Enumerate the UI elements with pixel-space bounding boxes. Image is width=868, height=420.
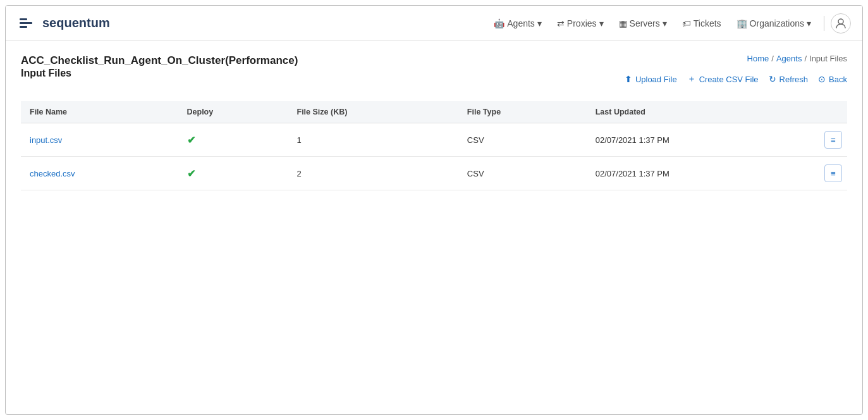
files-table: File Name Deploy File Size (KB) File Typ… [21, 101, 847, 190]
nav-proxies-label: Proxies [567, 18, 597, 28]
cell-deploy: ✔ [178, 157, 288, 190]
col-file-type: File Type [458, 101, 587, 123]
page-header: ACC_Checklist_Run_Agent_On_Cluster(Perfo… [21, 54, 847, 91]
nav-proxies[interactable]: ⇄ Proxies ▾ [551, 15, 610, 32]
create-csv-button[interactable]: ＋ Create CSV File [687, 73, 759, 85]
navbar: sequentum 🤖 Agents ▾ ⇄ Proxies ▾ ▦ Serve… [6, 6, 862, 41]
cell-menu: ≡ [816, 123, 847, 157]
table-row: input.csv ✔ 1 CSV 02/07/2021 1:37 PM ≡ [21, 123, 847, 157]
page-wrapper: sequentum 🤖 Agents ▾ ⇄ Proxies ▾ ▦ Serve… [5, 5, 863, 415]
upload-icon: ⬆ [625, 74, 632, 84]
cell-file-type: CSV [458, 123, 587, 157]
nav-organizations-label: Organizations [750, 18, 804, 28]
col-file-size: File Size (KB) [288, 101, 458, 123]
chevron-down-icon: ▾ [807, 18, 811, 28]
breadcrumb-agents[interactable]: Agents [776, 54, 802, 63]
file-name-link[interactable]: checked.csv [30, 169, 75, 178]
col-last-updated: Last Updated [587, 101, 816, 123]
user-avatar[interactable] [831, 13, 851, 34]
page-title-block: ACC_Checklist_Run_Agent_On_Cluster(Perfo… [21, 54, 298, 79]
ticket-icon: 🏷 [682, 18, 691, 28]
back-button[interactable]: ⊙ Back [818, 74, 847, 84]
file-name-link[interactable]: input.csv [30, 135, 62, 145]
cell-file-size: 2 [288, 157, 458, 190]
nav-agents[interactable]: 🤖 Agents ▾ [487, 15, 548, 32]
brand-name: sequentum [42, 16, 110, 30]
chevron-down-icon: ▾ [599, 18, 604, 28]
refresh-button[interactable]: ↻ Refresh [769, 74, 809, 84]
chevron-down-icon: ▾ [537, 18, 542, 28]
table-body: input.csv ✔ 1 CSV 02/07/2021 1:37 PM ≡ c… [21, 123, 847, 190]
row-menu-button[interactable]: ≡ [824, 164, 842, 182]
svg-rect-0 [20, 18, 27, 20]
upload-file-button[interactable]: ⬆ Upload File [625, 74, 677, 84]
page-title-main: ACC_Checklist_Run_Agent_On_Cluster(Perfo… [21, 54, 298, 68]
refresh-label: Refresh [779, 75, 809, 84]
brand-icon [17, 13, 37, 34]
chevron-down-icon: ▾ [663, 18, 667, 28]
table-row: checked.csv ✔ 2 CSV 02/07/2021 1:37 PM ≡ [21, 157, 847, 190]
hamburger-icon: ≡ [831, 135, 836, 145]
brand-logo[interactable]: sequentum [17, 13, 110, 34]
nav-tickets[interactable]: 🏷 Tickets [676, 15, 728, 32]
col-actions [816, 101, 847, 123]
upload-file-label: Upload File [635, 75, 677, 84]
breadcrumb-home[interactable]: Home [747, 54, 769, 63]
nav-separator [824, 16, 824, 31]
svg-point-3 [838, 19, 843, 24]
hamburger-icon: ≡ [831, 169, 836, 178]
cell-file-type: CSV [458, 157, 587, 190]
cell-menu: ≡ [816, 157, 847, 190]
nav-organizations[interactable]: 🏢 Organizations ▾ [730, 15, 817, 32]
col-file-name: File Name [21, 101, 178, 123]
server-icon: ▦ [619, 18, 627, 28]
shuffle-icon: ⇄ [557, 18, 565, 28]
row-menu-button[interactable]: ≡ [824, 131, 842, 149]
create-csv-label: Create CSV File [699, 75, 759, 84]
col-deploy: Deploy [178, 101, 288, 123]
cell-deploy: ✔ [178, 123, 288, 157]
svg-rect-2 [20, 26, 27, 28]
refresh-icon: ↻ [769, 74, 776, 84]
cell-file-name: checked.csv [21, 157, 178, 190]
back-icon: ⊙ [818, 74, 826, 84]
svg-rect-1 [20, 22, 32, 24]
cell-last-updated: 02/07/2021 1:37 PM [587, 123, 816, 157]
breadcrumb-current: Input Files [809, 54, 847, 63]
cell-file-size: 1 [288, 123, 458, 157]
main-content: ACC_Checklist_Run_Agent_On_Cluster(Perfo… [6, 41, 862, 203]
cell-last-updated: 02/07/2021 1:37 PM [587, 157, 816, 190]
plus-icon: ＋ [687, 73, 696, 85]
back-label: Back [829, 75, 847, 84]
org-icon: 🏢 [737, 18, 747, 28]
nav-agents-label: Agents [507, 18, 535, 28]
table-header: File Name Deploy File Size (KB) File Typ… [21, 101, 847, 123]
breadcrumb: Home / Agents / Input Files [747, 54, 847, 63]
navbar-right: 🤖 Agents ▾ ⇄ Proxies ▾ ▦ Servers ▾ 🏷 Tic… [487, 13, 851, 34]
cell-file-name: input.csv [21, 123, 178, 157]
deploy-check-icon: ✔ [187, 168, 195, 179]
nav-servers[interactable]: ▦ Servers ▾ [613, 15, 673, 32]
action-bar: ⬆ Upload File ＋ Create CSV File ↻ Refres… [625, 73, 847, 85]
deploy-check-icon: ✔ [187, 135, 195, 145]
robot-icon: 🤖 [494, 18, 504, 28]
nav-servers-label: Servers [630, 18, 660, 28]
nav-tickets-label: Tickets [694, 18, 721, 28]
page-title-sub: Input Files [21, 68, 298, 79]
